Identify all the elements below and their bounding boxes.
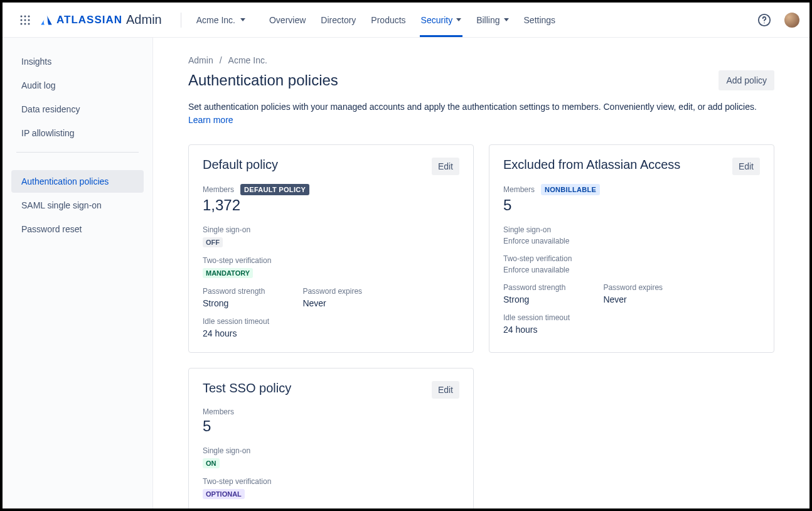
nav-settings[interactable]: Settings	[518, 4, 562, 36]
default-policy-badge: DEFAULT POLICY	[240, 184, 309, 195]
card-title: Default policy	[203, 158, 278, 172]
pw-strength-label: Password strength	[503, 283, 565, 292]
nav-billing[interactable]: Billing	[470, 4, 515, 36]
logo-suffix: Admin	[126, 13, 162, 27]
chevron-down-icon	[240, 18, 245, 21]
pw-strength-label: Password strength	[203, 287, 265, 296]
members-label: Members	[203, 407, 234, 416]
card-title: Excluded from Atlassian Access	[503, 158, 680, 172]
svg-point-0	[21, 15, 23, 17]
policy-card-test-sso: Test SSO policy Edit Members 5 Single si…	[188, 368, 474, 508]
topbar: ATLASSIAN Admin Acme Inc. Overview Direc…	[3, 3, 809, 38]
sso-label: Single sign-on	[203, 225, 459, 234]
two-step-label: Two-step verification	[203, 477, 459, 486]
svg-point-3	[21, 19, 23, 21]
idle-value: 24 hours	[503, 325, 760, 335]
logo[interactable]: ATLASSIAN Admin	[40, 13, 162, 27]
sso-status-text: Enforce unavailable	[503, 237, 760, 245]
svg-point-2	[28, 15, 30, 17]
pw-expires-value: Never	[603, 294, 663, 304]
sso-status: OFF	[203, 237, 223, 247]
svg-point-1	[24, 15, 26, 17]
sidebar-item-auth-policies[interactable]: Authentication policies	[11, 170, 144, 193]
main-content: Admin / Acme Inc. Authentication policie…	[153, 38, 809, 508]
avatar[interactable]	[784, 13, 799, 28]
two-step-label: Two-step verification	[503, 254, 760, 263]
two-step-status: OPTIONAL	[203, 489, 245, 499]
edit-button[interactable]: Edit	[432, 158, 459, 175]
chevron-down-icon	[504, 18, 509, 21]
policy-card-excluded: Excluded from Atlassian Access Edit Memb…	[489, 144, 774, 353]
nonbillable-badge: NONBILLABLE	[541, 184, 600, 195]
two-step-status-text: Enforce unavailable	[503, 266, 760, 274]
sidebar-item-audit-log[interactable]: Audit log	[8, 74, 147, 97]
sso-label: Single sign-on	[203, 446, 459, 455]
sso-label: Single sign-on	[503, 225, 760, 234]
pw-expires-label: Password expires	[603, 283, 663, 292]
svg-point-5	[28, 19, 30, 21]
breadcrumb-org[interactable]: Acme Inc.	[228, 55, 267, 65]
idle-value: 24 hours	[203, 328, 459, 338]
nav-security-label: Security	[421, 15, 453, 25]
org-switcher[interactable]: Acme Inc.	[194, 11, 248, 29]
sidebar-separator	[16, 152, 139, 153]
divider	[181, 13, 181, 28]
svg-point-4	[24, 19, 26, 21]
policy-card-default: Default policy Edit Members DEFAULT POLI…	[188, 144, 474, 353]
nav-overview[interactable]: Overview	[263, 4, 312, 36]
page-description: Set authentication policies with your ma…	[188, 100, 774, 127]
pw-expires-value: Never	[302, 298, 362, 308]
idle-label: Idle session timeout	[203, 317, 459, 326]
logo-text: ATLASSIAN	[56, 14, 122, 26]
members-count: 5	[503, 196, 760, 214]
top-nav: Overview Directory Products Security Bil…	[263, 4, 562, 36]
members-count: 5	[203, 417, 459, 435]
nav-directory[interactable]: Directory	[314, 4, 362, 36]
help-icon[interactable]	[757, 13, 772, 28]
card-title: Test SSO policy	[203, 381, 291, 395]
learn-more-link[interactable]: Learn more	[188, 115, 233, 125]
org-name: Acme Inc.	[196, 15, 235, 25]
lead-text: Set authentication policies with your ma…	[188, 102, 757, 112]
page-title: Authentication policies	[188, 72, 338, 89]
add-policy-button[interactable]: Add policy	[719, 70, 774, 90]
two-step-label: Two-step verification	[203, 256, 459, 265]
sidebar: Insights Audit log Data residency IP all…	[3, 38, 153, 508]
chevron-down-icon	[456, 18, 461, 21]
svg-point-10	[764, 22, 764, 23]
atlassian-icon	[40, 14, 53, 26]
edit-button[interactable]: Edit	[732, 158, 760, 175]
app-switcher-icon[interactable]	[18, 13, 33, 28]
pw-expires-label: Password expires	[302, 287, 362, 296]
two-step-status: MANDATORY	[203, 268, 253, 278]
sidebar-item-insights[interactable]: Insights	[8, 50, 147, 73]
sidebar-item-password-reset[interactable]: Password reset	[8, 218, 147, 240]
pw-strength-value: Strong	[503, 294, 565, 304]
sso-status: ON	[203, 458, 220, 468]
nav-billing-label: Billing	[476, 15, 499, 25]
nav-products[interactable]: Products	[365, 4, 412, 36]
svg-point-7	[24, 23, 26, 24]
members-label: Members	[503, 185, 535, 194]
members-count: 1,372	[203, 196, 459, 214]
svg-point-6	[21, 23, 23, 24]
members-label: Members	[203, 185, 234, 194]
svg-point-8	[28, 23, 30, 24]
sidebar-item-ip-allowlisting[interactable]: IP allowlisting	[8, 122, 147, 144]
breadcrumb-admin[interactable]: Admin	[188, 55, 213, 65]
sidebar-item-saml-sso[interactable]: SAML single sign-on	[8, 194, 147, 217]
pw-strength-value: Strong	[203, 298, 265, 308]
idle-label: Idle session timeout	[503, 313, 760, 322]
breadcrumb: Admin / Acme Inc.	[188, 55, 774, 65]
breadcrumb-sep: /	[220, 55, 222, 65]
edit-button[interactable]: Edit	[432, 381, 459, 399]
sidebar-item-data-residency[interactable]: Data residency	[8, 98, 147, 121]
nav-security[interactable]: Security	[415, 4, 468, 36]
